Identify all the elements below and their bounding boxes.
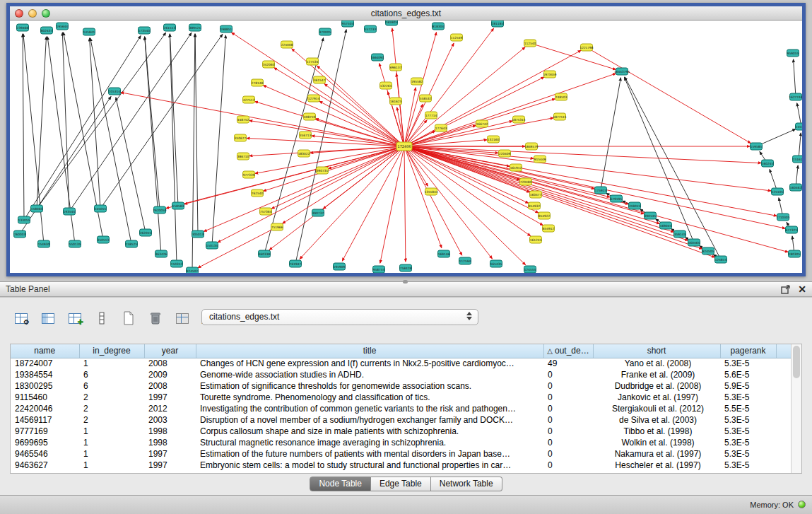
table-cell[interactable]: 2 (79, 414, 144, 426)
column-header-title[interactable]: title (196, 344, 543, 358)
graph-node[interactable]: 408759 (304, 113, 316, 120)
graph-node[interactable]: 363426 (155, 250, 167, 257)
graph-node[interactable]: 1221798 (579, 44, 593, 51)
graph-edge[interactable] (195, 34, 198, 234)
graph-node[interactable]: 161912 (510, 164, 522, 171)
graph-edge[interactable] (324, 84, 404, 146)
graph-node[interactable]: 161245 (530, 236, 542, 243)
graph-edge[interactable] (121, 93, 404, 146)
graph-node[interactable]: 193544 (64, 208, 76, 215)
table-cell[interactable]: 1 (79, 426, 144, 437)
graph-edge[interactable] (23, 34, 24, 220)
graph-edge[interactable] (404, 146, 442, 248)
graph-node[interactable]: 112540 (524, 40, 536, 47)
graph-node[interactable]: 145185 (796, 123, 803, 130)
graph-node[interactable]: 261513 (164, 24, 176, 31)
graph-edge[interactable] (145, 37, 160, 210)
graph-node[interactable]: 677325 (786, 226, 798, 233)
graph-node[interactable]: 854932 (529, 202, 541, 209)
table-cell[interactable]: Yano et al. (2008) (593, 358, 720, 369)
graph-node[interactable]: 177643 (435, 124, 447, 132)
table-cell[interactable]: 1 (79, 460, 144, 471)
table-cell[interactable]: 0 (543, 437, 593, 448)
graph-edge[interactable] (100, 34, 223, 209)
table-cell[interactable]: 9777169 (11, 426, 79, 437)
graph-node[interactable]: 390737 (312, 209, 324, 216)
table-vertical-scrollbar[interactable] (791, 344, 801, 473)
graph-node[interactable]: 112594 (459, 257, 471, 264)
table-cell[interactable]: 0 (543, 426, 593, 437)
column-header-year[interactable]: year (144, 344, 196, 358)
graph-edge[interactable] (145, 37, 161, 254)
graph-node[interactable]: 158583 (172, 202, 184, 209)
table-row[interactable]: 1938455462009Genome-wide association stu… (11, 369, 792, 380)
graph-node[interactable]: 154930 (38, 240, 50, 247)
graph-node[interactable]: 924505 (702, 247, 714, 255)
graph-node[interactable]: 124555 (524, 266, 536, 273)
graph-node[interactable]: 356713 (300, 132, 312, 139)
table-cell[interactable]: 18300295 (11, 380, 79, 392)
graph-node[interactable]: 1351844 (424, 188, 437, 195)
graph-edge[interactable] (530, 43, 616, 69)
graph-edge[interactable] (218, 146, 404, 243)
table-cell[interactable]: 9699695 (11, 437, 79, 448)
graph-node[interactable]: 802437 (41, 27, 53, 34)
table-cell[interactable]: 5.6E-5 (720, 369, 776, 380)
new-table-icon[interactable] (120, 310, 137, 327)
table-cell[interactable]: 1997 (144, 460, 196, 471)
graph-edge[interactable] (380, 146, 404, 263)
graph-node[interactable]: 818304 (433, 23, 445, 30)
graph-edge[interactable] (310, 146, 404, 153)
table-cell[interactable]: Jankovic et al. (1997) (593, 392, 720, 403)
graph-node[interactable]: 386710 (237, 153, 249, 160)
graph-edge[interactable] (404, 146, 715, 257)
table-cell[interactable]: 5.3E-5 (720, 460, 776, 471)
graph-node[interactable]: 761947 (290, 260, 302, 267)
table-row[interactable]: 1456911722003Disruption of a novel membe… (11, 414, 792, 426)
graph-node[interactable]: 1877515 (553, 113, 566, 120)
graph-edge[interactable] (263, 86, 404, 146)
graph-node[interactable]: 278148 (252, 79, 264, 86)
table-cell[interactable]: 1 (79, 448, 144, 460)
table-row[interactable]: 911546021997Tourette syndrome. Phenomeno… (11, 392, 792, 403)
table-cell[interactable]: 19384554 (11, 369, 79, 380)
graph-edge[interactable] (295, 30, 346, 264)
graph-node[interactable]: 389521 (189, 24, 201, 31)
graph-edge[interactable] (37, 37, 47, 209)
graph-node[interactable]: 854912 (543, 225, 555, 232)
graph-node[interactable]: 172406 (396, 142, 412, 151)
table-cell[interactable]: 5.3E-5 (720, 437, 776, 448)
graph-node[interactable]: 127914 (308, 95, 320, 102)
graph-node[interactable]: 16443794 (614, 68, 630, 75)
table-cell[interactable]: Disruption of a novel member of a sodium… (196, 414, 543, 426)
minimize-window-icon[interactable] (28, 9, 37, 18)
graph-node[interactable]: 359055 (629, 202, 641, 209)
graph-edge[interactable] (37, 33, 166, 209)
table-cell[interactable]: Corpus callosum shape and size in male p… (196, 426, 543, 437)
graph-node[interactable]: 748503 (555, 93, 567, 100)
table-row[interactable]: 1830029562008Estimation of significance … (11, 380, 792, 392)
table-cell[interactable]: 9465546 (11, 448, 79, 460)
graph-edge[interactable] (404, 146, 771, 191)
graph-node[interactable]: 751966 (271, 223, 283, 230)
graph-node[interactable]: 220409 (499, 150, 511, 157)
graph-node[interactable]: 757364 (260, 208, 272, 215)
graph-edge[interactable] (329, 146, 404, 168)
graph-node[interactable]: 359145 (674, 230, 686, 238)
graph-node[interactable]: 160245 (762, 160, 774, 167)
table-cell[interactable]: 9463627 (11, 460, 79, 471)
graph-node[interactable]: 1627744 (789, 93, 802, 100)
table-cell[interactable]: Nakamura et al. (1997) (593, 448, 720, 460)
table-cell[interactable]: 5.3E-5 (720, 426, 776, 437)
table-cell[interactable]: 9115460 (11, 392, 79, 403)
graph-node[interactable]: 160477 (530, 191, 542, 198)
graph-edge[interactable] (62, 33, 69, 211)
graph-node[interactable]: 166742 (476, 120, 488, 127)
table-cell[interactable]: 49 (543, 358, 593, 369)
table-cell[interactable]: 0 (543, 392, 593, 403)
graph-node[interactable]: 558532 (420, 95, 432, 102)
graph-node[interactable]: 924502 (187, 267, 199, 273)
graph-node[interactable]: 175915 (595, 187, 607, 194)
graph-edge[interactable] (404, 146, 761, 163)
graph-node[interactable]: 133055 (18, 216, 30, 223)
